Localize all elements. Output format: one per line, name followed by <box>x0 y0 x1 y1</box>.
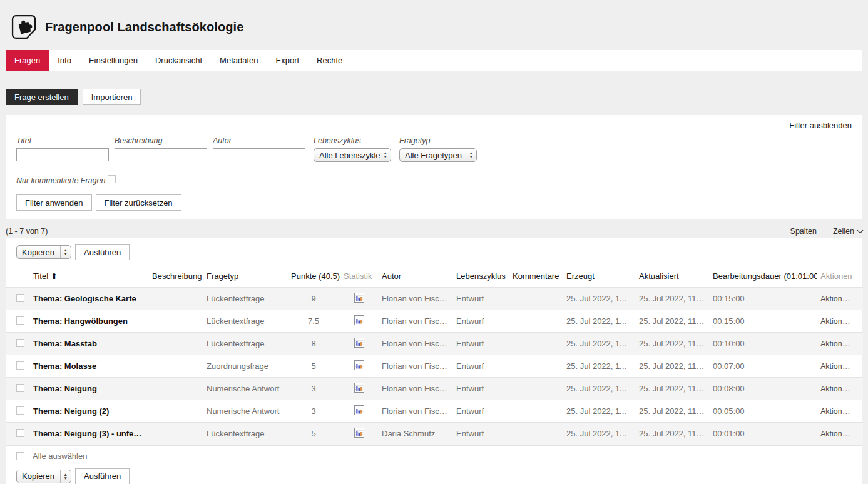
select-all-checkbox[interactable] <box>16 452 24 460</box>
question-title-cell[interactable]: Thema: Molasse <box>29 355 148 378</box>
column-header-lebenszyklus[interactable]: Lebenszyklus <box>452 266 509 288</box>
comments-cell <box>509 378 563 400</box>
row-actions-label: Aktionen <box>820 316 851 326</box>
question-title-cell[interactable]: Thema: Neigung <box>29 378 148 400</box>
question-title-cell[interactable]: Thema: Neigung (3) - unfertig <box>29 423 148 445</box>
points-cell: 3 <box>287 378 340 400</box>
tab-druckansicht[interactable]: Druckansicht <box>146 50 211 71</box>
tab-rechte[interactable]: Rechte <box>308 50 351 71</box>
column-header-titel[interactable]: Titel⬆ <box>29 266 148 288</box>
row-checkbox[interactable] <box>16 339 24 347</box>
statistics-icon[interactable] <box>354 405 364 415</box>
filter-select-lebenszyklus[interactable]: Alle Lebenszyklen▲▼ <box>314 148 391 162</box>
statistics-icon[interactable] <box>354 428 364 438</box>
column-header-autor[interactable]: Autor <box>378 266 452 288</box>
comments-cell <box>509 400 563 423</box>
points-cell: 5 <box>287 355 340 378</box>
column-header-label: Punkte (40.5) <box>291 271 340 281</box>
row-checkbox[interactable] <box>16 361 24 370</box>
filter-buttons: Filter anwenden Filter zurücksetzen <box>16 194 852 211</box>
row-checkbox[interactable] <box>16 384 24 392</box>
row-checkbox-cell <box>6 423 29 445</box>
question-row: Thema: MolasseZuordnungsfrage5Florian vo… <box>6 355 863 378</box>
hide-filter-link[interactable]: Filter ausblenden <box>789 121 852 130</box>
lifecycle-cell: Entwurf <box>452 288 509 310</box>
row-actions-dropdown[interactable]: Aktionen <box>820 385 859 393</box>
filter-field-lebenszyklus: LebenszyklusAlle Lebenszyklen▲▼ <box>314 136 391 162</box>
row-checkbox[interactable] <box>16 294 24 302</box>
row-checkbox[interactable] <box>16 316 24 325</box>
filter-input-titel[interactable] <box>16 148 109 161</box>
execute-button[interactable]: Ausführen <box>75 244 130 260</box>
bulk-action-select-bottom[interactable]: Kopieren ▲▼ <box>16 470 71 483</box>
statistics-cell <box>340 423 378 445</box>
tab-einstellungen[interactable]: Einstellungen <box>80 50 146 71</box>
question-title-cell[interactable]: Thema: Masstab <box>29 333 148 355</box>
column-header-beschreibung[interactable]: Beschreibung <box>148 266 203 288</box>
statistics-cell <box>340 400 378 423</box>
question-title-cell[interactable]: Thema: Geologische Karte <box>29 288 148 310</box>
statistics-icon[interactable] <box>354 383 364 393</box>
apply-filter-button[interactable]: Filter anwenden <box>16 194 92 211</box>
row-actions-dropdown[interactable]: Aktionen <box>820 340 859 348</box>
row-actions-dropdown[interactable]: Aktionen <box>820 407 859 416</box>
filter-field-autor: Autor <box>213 136 305 162</box>
author-cell: Florian von Fischer <box>378 333 452 355</box>
column-header-fragetyp[interactable]: Fragetyp <box>203 266 287 288</box>
statistics-icon[interactable] <box>354 360 364 370</box>
execute-button-bottom[interactable]: Ausführen <box>75 468 130 484</box>
statistics-icon[interactable] <box>354 293 364 303</box>
tab-info[interactable]: Info <box>49 50 80 71</box>
question-row: Thema: Neigung (3) - unfertigLückentextf… <box>6 423 863 445</box>
comments-cell <box>509 310 563 333</box>
column-header-erzeugt[interactable]: Erzeugt <box>563 266 635 288</box>
row-actions-dropdown[interactable]: Aktionen <box>820 295 859 303</box>
column-header-statistik: Statistik <box>340 266 378 288</box>
column-header-punkte-40-5[interactable]: Punkte (40.5) <box>287 266 340 288</box>
commented-only-checkbox[interactable] <box>108 175 116 183</box>
tab-fragen[interactable]: Fragen <box>6 50 49 71</box>
column-header-bearbeitungsdauer-01-01-00[interactable]: Bearbeitungsdauer (01:01:00) <box>709 266 817 288</box>
row-checkbox[interactable] <box>16 406 24 415</box>
statistics-icon[interactable] <box>354 315 364 325</box>
row-actions-dropdown[interactable]: Aktionen <box>820 430 859 438</box>
tab-metadaten[interactable]: Metadaten <box>211 50 267 71</box>
import-button[interactable]: Importieren <box>83 89 141 105</box>
tab-export[interactable]: Export <box>267 50 309 71</box>
column-header-aktualisiert[interactable]: Aktualisiert <box>635 266 709 288</box>
updated-cell: 25. Jul 2022, 11:03 <box>635 400 709 423</box>
filter-label-beschreibung: Beschreibung <box>115 136 207 145</box>
column-header-label: Erzeugt <box>566 271 595 281</box>
question-title-cell[interactable]: Thema: Neigung (2) <box>29 400 148 423</box>
comments-cell <box>509 423 563 445</box>
filter-input-autor[interactable] <box>213 148 305 161</box>
filter-input-beschreibung[interactable] <box>115 148 207 161</box>
row-checkbox[interactable] <box>16 429 24 437</box>
filter-label-titel: Titel <box>16 136 109 145</box>
reset-filter-button[interactable]: Filter zurücksetzen <box>96 194 181 211</box>
comments-cell <box>509 333 563 355</box>
columns-selector[interactable]: Spalten <box>790 227 817 236</box>
create-question-button[interactable]: Frage erstellen <box>6 89 78 105</box>
tab-bar: FragenInfoEinstellungenDruckansichtMetad… <box>6 50 862 71</box>
row-actions-dropdown[interactable]: Aktionen <box>820 362 859 371</box>
rows-selector[interactable]: Zeilen <box>833 227 862 236</box>
created-cell: 25. Jul 2022, 11:03 <box>563 423 635 445</box>
column-header-kommentare[interactable]: Kommentare <box>509 266 563 288</box>
working-time-cell: 00:07:00 <box>709 355 817 378</box>
question-title-cell[interactable]: Thema: Hangwölbungen <box>29 310 148 333</box>
row-actions-label: Aktionen <box>820 294 851 303</box>
question-description-cell <box>148 288 203 310</box>
row-actions-dropdown[interactable]: Aktionen <box>820 317 859 326</box>
working-time-cell: 00:15:00 <box>709 310 817 333</box>
bulk-action-select[interactable]: Kopieren ▲▼ <box>16 245 71 259</box>
filter-select-fragetyp[interactable]: Alle Fragetypen▲▼ <box>399 148 477 162</box>
updated-cell: 25. Jul 2022, 11:03 <box>635 310 709 333</box>
table-range-bar: (1 - 7 von 7) Spalten Zeilen <box>6 227 862 236</box>
statistics-icon[interactable] <box>354 338 364 348</box>
sort-ascending-icon[interactable]: ⬆ <box>51 271 58 281</box>
question-type-cell: Lückentextfrage <box>203 333 287 355</box>
chevron-down-icon <box>857 228 864 234</box>
row-checkbox-cell <box>6 310 29 333</box>
updated-cell: 25. Jul 2022, 11:03 <box>635 333 709 355</box>
